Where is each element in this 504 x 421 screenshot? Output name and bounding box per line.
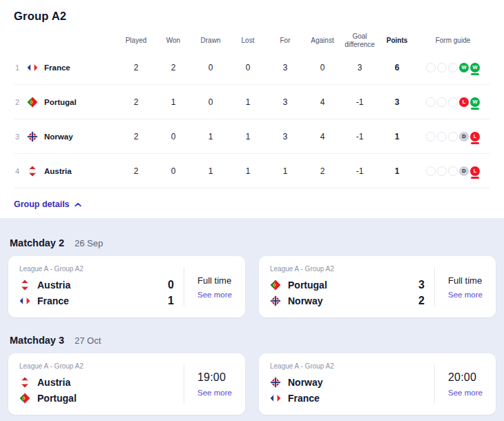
match-card-austria-france[interactable]: League A - Group A2 Austria 0 France 1 F…	[8, 256, 245, 317]
match-card-norway-france[interactable]: League A - Group A2 Norway France 20:00 …	[259, 353, 496, 415]
table-row-norway[interactable]: 3 Norway 2 0 1 1 3 4 -1 1 DL	[14, 119, 490, 154]
match-status: Full time	[448, 275, 496, 286]
away-team-row: Norway 2	[270, 293, 425, 309]
table-row-portugal[interactable]: 2 Portugal 2 1 0 1 3 4 -1 3 LW	[14, 85, 490, 119]
form-guide: DL	[416, 132, 490, 141]
matchday-3-header: Matchday 3 27 Oct	[10, 335, 494, 346]
stat-played: 2	[117, 132, 155, 141]
form-win-circle: W	[470, 97, 480, 107]
france-flag-icon	[270, 393, 281, 404]
stat-for: 3	[266, 132, 304, 141]
stat-lost: 1	[229, 97, 266, 107]
league-label: League A - Group A2	[270, 362, 425, 370]
home-team-row: Austria	[19, 375, 174, 391]
matchday-2-header: Matchday 2 26 Sep	[10, 237, 494, 248]
rank-number: 4	[14, 167, 21, 175]
column-header-won: Won	[155, 37, 192, 46]
see-more-link[interactable]: See more	[448, 291, 496, 299]
stat-lost: 1	[229, 132, 266, 141]
stat-points: 1	[378, 132, 416, 141]
rank-number: 2	[14, 98, 21, 106]
rank-number: 3	[14, 133, 21, 141]
form-empty-circle	[437, 132, 447, 141]
page-title: Group A2	[14, 10, 490, 23]
stat-played: 2	[117, 97, 155, 107]
standings-table-header: Played Won Drawn Lost For Against Goal d…	[14, 31, 490, 50]
stat-played: 2	[117, 166, 155, 176]
group-details-toggle[interactable]: Group details	[14, 199, 81, 209]
form-empty-circle	[426, 97, 436, 107]
away-score: 1	[168, 295, 174, 307]
see-more-link[interactable]: See more	[448, 389, 496, 397]
form-empty-circle	[437, 166, 447, 176]
form-guide: DL	[416, 166, 490, 176]
form-guide: WW	[416, 63, 490, 72]
away-score: 2	[418, 295, 425, 307]
stat-drawn: 1	[192, 166, 229, 176]
stat-played: 2	[117, 63, 155, 72]
team-name: Norway	[288, 295, 323, 306]
match-card-portugal-norway[interactable]: League A - Group A2 Portugal 3 Norway 2 …	[259, 256, 496, 317]
form-win-circle: W	[470, 63, 480, 72]
table-row-france[interactable]: 1 France 2 2 0 0 3 0 3 6 WW	[14, 50, 490, 85]
stat-against: 2	[304, 166, 341, 176]
home-score: 0	[168, 279, 174, 291]
stat-drawn: 0	[192, 97, 229, 107]
team-name: Austria	[44, 167, 72, 175]
column-header-against: Against	[304, 37, 341, 46]
column-header-for: For	[266, 37, 304, 46]
france-flag-icon	[19, 295, 30, 306]
matchday-title: Matchday 2	[10, 237, 64, 248]
team-name: France	[288, 393, 320, 404]
see-more-link[interactable]: See more	[197, 291, 245, 299]
form-draw-circle: D	[459, 166, 469, 176]
match-card-austria-portugal[interactable]: League A - Group A2 Austria Portugal 19:…	[8, 353, 245, 415]
stat-goal-difference: -1	[341, 97, 378, 107]
away-team-row: France	[270, 391, 425, 407]
stat-against: 4	[304, 97, 341, 107]
see-more-link[interactable]: See more	[197, 389, 245, 397]
form-loss-circle: L	[459, 97, 469, 107]
stat-won: 1	[155, 97, 192, 107]
portugal-flag-icon	[19, 393, 30, 404]
form-empty-circle	[426, 166, 436, 176]
matchday-date: 26 Sep	[75, 238, 103, 248]
form-empty-circle	[448, 63, 458, 72]
stat-lost: 0	[229, 63, 266, 72]
fixtures-section: Matchday 2 26 Sep League A - Group A2 Au…	[0, 218, 504, 421]
column-header-played: Played	[117, 37, 155, 46]
stat-goal-difference: 3	[341, 63, 378, 72]
team-name: Austria	[37, 280, 70, 291]
matchday-3-cards: League A - Group A2 Austria Portugal 19:…	[8, 353, 496, 415]
form-empty-circle	[448, 97, 458, 107]
norway-flag-icon	[27, 131, 38, 142]
stat-won: 0	[155, 132, 192, 141]
stat-against: 0	[304, 63, 341, 72]
norway-flag-icon	[270, 295, 281, 306]
stat-for: 3	[266, 63, 304, 72]
team-name: France	[44, 63, 70, 72]
stat-drawn: 0	[192, 63, 229, 72]
austria-flag-icon	[19, 280, 30, 291]
group-standings-section: Group A2 Played Won Drawn Lost For Again…	[0, 10, 504, 218]
team-name: Portugal	[37, 393, 77, 404]
matchday-date: 27 Oct	[75, 335, 101, 346]
form-empty-circle	[426, 132, 436, 141]
home-team-row: Norway	[270, 375, 425, 391]
stat-against: 4	[304, 132, 341, 141]
portugal-flag-icon	[270, 280, 281, 291]
austria-flag-icon	[19, 377, 30, 388]
team-name: France	[37, 295, 69, 306]
chevron-up-icon	[75, 202, 81, 207]
away-team-row: France 1	[19, 293, 174, 309]
kickoff-time: 19:00	[197, 371, 245, 384]
form-empty-circle	[426, 63, 436, 72]
stat-points: 1	[378, 166, 416, 176]
column-header-drawn: Drawn	[192, 37, 229, 46]
table-row-austria[interactable]: 4 Austria 2 0 1 1 1 2 -1 1 DL	[14, 154, 490, 188]
matchday-title: Matchday 3	[10, 335, 64, 346]
stat-for: 1	[266, 166, 304, 176]
form-empty-circle	[437, 97, 447, 107]
group-details-label: Group details	[14, 199, 70, 209]
column-header-goal-difference: Goal difference	[341, 32, 378, 50]
